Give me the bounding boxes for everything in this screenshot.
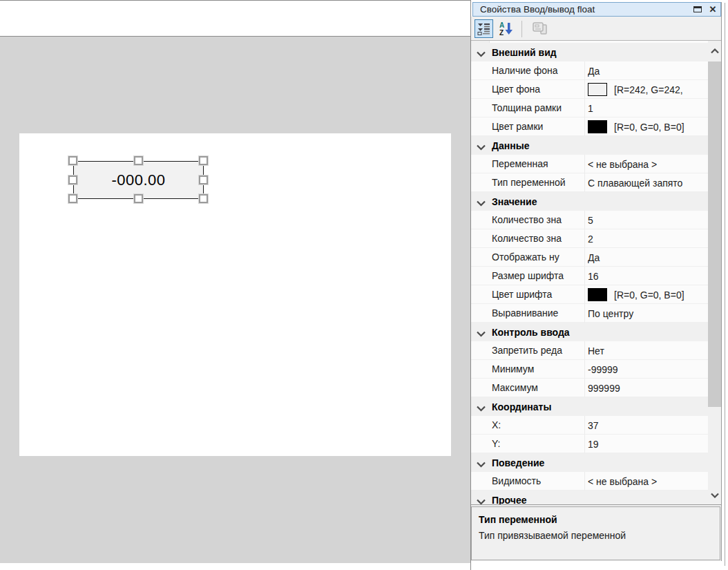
categorized-view-button[interactable] bbox=[475, 19, 493, 38]
property-pages-button[interactable] bbox=[530, 19, 549, 38]
property-value[interactable]: [R=0, G=0, B=0] bbox=[588, 285, 708, 304]
column-divider[interactable] bbox=[584, 341, 585, 360]
selection-handle-top-center[interactable] bbox=[134, 156, 143, 165]
column-divider[interactable] bbox=[584, 155, 585, 173]
property-value[interactable]: Нет bbox=[588, 341, 708, 360]
property-value[interactable]: Да bbox=[588, 248, 708, 267]
chevron-down-icon[interactable] bbox=[477, 458, 486, 471]
property-row[interactable]: Цвет фона[R=242, G=242, bbox=[471, 80, 708, 99]
chevron-down-icon[interactable] bbox=[477, 402, 486, 415]
property-value[interactable]: Да bbox=[588, 61, 708, 80]
column-divider[interactable] bbox=[584, 248, 585, 267]
column-divider[interactable] bbox=[584, 360, 585, 379]
property-row[interactable]: Запретить редаНет bbox=[471, 341, 708, 360]
category-row[interactable]: Данные bbox=[471, 136, 708, 155]
alphabetical-sort-button[interactable]: A Z bbox=[497, 19, 515, 38]
category-row[interactable]: Координаты bbox=[471, 397, 708, 416]
design-canvas[interactable]: -000.00 bbox=[0, 37, 470, 563]
properties-panel-titlebar[interactable]: Свойства Ввод/вывод float ✕ bbox=[472, 2, 721, 17]
help-description: Тип привязываемой переменной bbox=[479, 530, 713, 541]
category-row[interactable]: Поведение bbox=[471, 453, 708, 472]
selection-handle-bottom-left[interactable] bbox=[68, 194, 77, 203]
property-value[interactable]: < не выбрана > bbox=[588, 472, 708, 491]
category-label: Внешний вид bbox=[492, 47, 557, 58]
category-row[interactable]: Контроль ввода bbox=[471, 323, 708, 341]
property-row[interactable]: Наличие фонаДа bbox=[471, 61, 708, 80]
vertical-scrollbar[interactable] bbox=[708, 41, 721, 505]
float-io-widget[interactable]: -000.00 bbox=[73, 161, 204, 199]
property-value[interactable]: 16 bbox=[588, 267, 708, 285]
scroll-down-icon[interactable] bbox=[708, 485, 721, 505]
property-row[interactable]: Количество зна5 bbox=[471, 211, 708, 229]
property-name: Видимость bbox=[492, 472, 584, 491]
category-row[interactable]: Внешний вид bbox=[471, 43, 708, 61]
property-row[interactable]: Размер шрифта16 bbox=[471, 267, 708, 285]
property-row[interactable]: Толщина рамки1 bbox=[471, 99, 708, 117]
property-value[interactable]: 1 bbox=[588, 99, 708, 117]
column-divider[interactable] bbox=[584, 173, 585, 192]
property-row[interactable]: Видимость< не выбрана > bbox=[471, 472, 708, 491]
property-value[interactable]: 999999 bbox=[588, 379, 708, 397]
property-value[interactable]: С плавающей запято bbox=[588, 173, 708, 192]
property-row[interactable]: Минимум-99999 bbox=[471, 360, 708, 379]
column-divider[interactable] bbox=[584, 80, 585, 99]
column-divider[interactable] bbox=[584, 117, 585, 136]
property-value[interactable]: < не выбрана > bbox=[588, 155, 708, 173]
toolbar-separator bbox=[521, 21, 522, 37]
svg-text:A: A bbox=[499, 21, 504, 29]
close-button[interactable]: ✕ bbox=[705, 3, 720, 15]
scroll-up-icon[interactable] bbox=[708, 41, 721, 61]
property-value[interactable]: -99999 bbox=[588, 360, 708, 379]
property-row[interactable]: Максимум999999 bbox=[471, 379, 708, 397]
column-divider[interactable] bbox=[584, 416, 585, 435]
category-row[interactable]: Прочее bbox=[471, 491, 708, 505]
property-row[interactable]: Y:19 bbox=[471, 435, 708, 453]
property-row[interactable]: Отображать нуДа bbox=[471, 248, 708, 267]
chevron-down-icon[interactable] bbox=[477, 495, 486, 505]
column-divider[interactable] bbox=[584, 267, 585, 285]
column-divider[interactable] bbox=[584, 99, 585, 117]
scrollbar-thumb[interactable] bbox=[708, 61, 721, 407]
column-divider[interactable] bbox=[584, 211, 585, 229]
property-value[interactable]: 2 bbox=[588, 229, 708, 248]
column-divider[interactable] bbox=[584, 379, 585, 397]
property-row[interactable]: Количество зна2 bbox=[471, 229, 708, 248]
chevron-down-icon[interactable] bbox=[477, 48, 486, 60]
property-name: Размер шрифта bbox=[492, 267, 584, 285]
selection-handle-top-right[interactable] bbox=[199, 156, 208, 165]
chevron-down-icon[interactable] bbox=[477, 327, 486, 340]
property-row[interactable]: Цвет рамки[R=0, G=0, B=0] bbox=[471, 117, 708, 136]
column-divider[interactable] bbox=[584, 229, 585, 248]
property-value[interactable]: 5 bbox=[588, 211, 708, 229]
property-row[interactable]: ВыравниваниеПо центру bbox=[471, 304, 708, 323]
property-value[interactable]: 19 bbox=[588, 435, 708, 453]
selection-handle-top-left[interactable] bbox=[68, 156, 77, 165]
category-row[interactable]: Значение bbox=[471, 192, 708, 211]
design-page[interactable]: -000.00 bbox=[19, 133, 451, 456]
chevron-down-icon[interactable] bbox=[477, 141, 486, 153]
column-divider[interactable] bbox=[584, 472, 585, 491]
property-row[interactable]: Цвет шрифта[R=0, G=0, B=0] bbox=[471, 285, 708, 304]
property-value[interactable]: 37 bbox=[588, 416, 708, 435]
column-divider[interactable] bbox=[584, 435, 585, 453]
chevron-down-icon[interactable] bbox=[477, 197, 486, 209]
property-value[interactable]: [R=0, G=0, B=0] bbox=[588, 117, 708, 136]
az-sort-icon: A Z bbox=[499, 21, 513, 36]
category-label: Поведение bbox=[492, 457, 544, 468]
column-divider[interactable] bbox=[584, 61, 585, 80]
maximize-button[interactable] bbox=[690, 3, 705, 15]
property-row[interactable]: Тип переменнойС плавающей запято bbox=[471, 173, 708, 192]
property-row[interactable]: X:37 bbox=[471, 416, 708, 435]
selection-handle-mid-left[interactable] bbox=[68, 175, 77, 184]
property-row[interactable]: Переменная< не выбрана > bbox=[471, 155, 708, 173]
category-label: Значение bbox=[492, 196, 537, 207]
selection-handle-bottom-right[interactable] bbox=[199, 194, 208, 203]
property-value[interactable]: [R=242, G=242, bbox=[588, 80, 708, 99]
selection-handle-bottom-center[interactable] bbox=[134, 194, 143, 203]
column-divider[interactable] bbox=[584, 304, 585, 323]
column-divider[interactable] bbox=[584, 285, 585, 304]
selection-handle-mid-right[interactable] bbox=[199, 175, 208, 184]
property-value-text: 19 bbox=[588, 435, 599, 453]
color-swatch bbox=[588, 83, 607, 96]
property-value[interactable]: По центру bbox=[588, 304, 708, 323]
